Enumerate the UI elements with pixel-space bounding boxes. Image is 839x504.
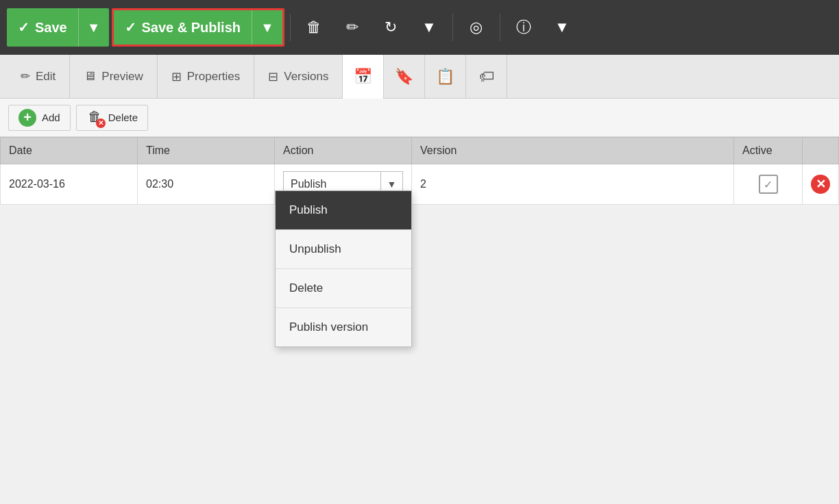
tab-versions[interactable]: ⊟ Versions bbox=[254, 55, 343, 99]
pencil-icon: ✏ bbox=[346, 18, 358, 36]
info-icon: ⓘ bbox=[516, 17, 531, 38]
tag-tab-icon: 🏷 bbox=[479, 68, 494, 86]
trash-delete-icon: 🗑 ✕ bbox=[86, 109, 103, 127]
cell-active: ✓ bbox=[734, 164, 803, 205]
active-check-icon[interactable]: ✓ bbox=[759, 175, 778, 194]
edit-toolbar-button[interactable]: ✏ bbox=[335, 8, 370, 47]
dropdown-item-delete[interactable]: Delete bbox=[276, 269, 411, 308]
action-dropdown: Publish Unpublish Delete Publish version bbox=[275, 190, 412, 347]
tab-edit[interactable]: ✏ Edit bbox=[7, 55, 70, 99]
edit-tab-label: Edit bbox=[36, 70, 56, 84]
cell-version: 2 bbox=[412, 164, 734, 205]
refresh-toolbar-button[interactable]: ↻ bbox=[373, 8, 409, 47]
col-time: Time bbox=[138, 138, 275, 164]
tab-bookmark[interactable]: 🔖 bbox=[384, 55, 425, 99]
save-label: Save bbox=[35, 20, 67, 36]
col-action: Action bbox=[275, 138, 412, 164]
cell-date: 2022-03-16 bbox=[1, 164, 138, 205]
tab-clipboard[interactable]: 📋 bbox=[425, 55, 466, 99]
save-chevron-icon: ▼ bbox=[87, 20, 101, 36]
target-icon: ◎ bbox=[470, 18, 483, 36]
add-button[interactable]: + Add bbox=[8, 105, 71, 131]
info-dropdown-button[interactable]: ▼ bbox=[544, 8, 580, 47]
top-toolbar: ✓ Save ▼ ✓ Save & Publish ▼ 🗑 ✏ ↻ ▼ ◎ ⓘ bbox=[0, 0, 839, 55]
col-actions bbox=[803, 138, 839, 164]
separator-3 bbox=[500, 14, 500, 41]
cell-action[interactable]: Publish ▼ Publish Unpublish Delete bbox=[275, 164, 412, 205]
save-dropdown-arrow[interactable]: ▼ bbox=[78, 8, 109, 47]
schedule-table: Date Time Action Version Active bbox=[0, 137, 839, 205]
delete-button[interactable]: 🗑 ✕ Delete bbox=[76, 105, 148, 131]
tab-properties[interactable]: ⊞ Properties bbox=[158, 55, 254, 99]
trash-icon: 🗑 bbox=[306, 18, 321, 36]
calendar-tab-icon: 📅 bbox=[354, 68, 372, 86]
add-label: Add bbox=[42, 112, 60, 123]
properties-tab-label: Properties bbox=[187, 70, 240, 84]
clipboard-tab-icon: 📋 bbox=[436, 68, 454, 86]
dropdown-item-publish-version[interactable]: Publish version bbox=[276, 308, 411, 346]
col-version: Version bbox=[412, 138, 734, 164]
save-publish-dropdown-arrow[interactable]: ▼ bbox=[252, 10, 282, 45]
save-publish-chevron-icon: ▼ bbox=[260, 20, 274, 36]
info-chevron-icon: ▼ bbox=[555, 18, 570, 36]
table-row: 2022-03-16 02:30 Publish ▼ Publish bbox=[1, 164, 839, 205]
delete-label: Delete bbox=[108, 112, 138, 123]
tab-calendar[interactable]: 📅 bbox=[343, 55, 384, 99]
cell-time: 02:30 bbox=[138, 164, 275, 205]
target-toolbar-button[interactable]: ◎ bbox=[459, 8, 494, 47]
second-toolbar: ✏ Edit 🖥 Preview ⊞ Properties ⊟ Versions… bbox=[0, 55, 839, 99]
tab-preview[interactable]: 🖥 Preview bbox=[70, 55, 157, 99]
edit-tab-icon: ✏ bbox=[21, 69, 30, 84]
properties-tab-icon: ⊞ bbox=[171, 69, 182, 84]
save-button[interactable]: ✓ Save ▼ bbox=[7, 8, 109, 47]
remove-row-icon[interactable]: ✕ bbox=[811, 175, 830, 194]
tab-tag[interactable]: 🏷 bbox=[466, 55, 507, 99]
refresh-chevron-icon: ▼ bbox=[422, 18, 437, 36]
separator-2 bbox=[452, 14, 453, 41]
save-publish-button[interactable]: ✓ Save & Publish ▼ bbox=[112, 8, 284, 47]
refresh-icon: ↻ bbox=[385, 18, 397, 36]
trash-badge: ✕ bbox=[96, 118, 106, 128]
add-circle-icon: + bbox=[19, 109, 36, 127]
versions-tab-icon: ⊟ bbox=[268, 69, 278, 84]
table-area: Date Time Action Version Active bbox=[0, 137, 839, 205]
save-publish-label: Save & Publish bbox=[142, 20, 241, 36]
save-publish-check-icon: ✓ bbox=[125, 19, 136, 36]
action-bar: + Add 🗑 ✕ Delete bbox=[0, 99, 839, 137]
versions-tab-label: Versions bbox=[284, 70, 328, 84]
col-date: Date bbox=[1, 138, 138, 164]
bookmark-tab-icon: 🔖 bbox=[395, 68, 413, 86]
delete-toolbar-button[interactable]: 🗑 bbox=[296, 8, 332, 47]
action-select-value: Publish bbox=[284, 178, 380, 190]
info-toolbar-button[interactable]: ⓘ bbox=[506, 8, 542, 47]
dropdown-item-unpublish[interactable]: Unpublish bbox=[276, 230, 411, 269]
cell-remove[interactable]: ✕ bbox=[803, 164, 839, 205]
dropdown-item-publish[interactable]: Publish bbox=[276, 191, 411, 230]
preview-tab-label: Preview bbox=[101, 70, 143, 84]
preview-tab-icon: 🖥 bbox=[84, 69, 96, 84]
col-active: Active bbox=[734, 138, 803, 164]
save-check-icon: ✓ bbox=[18, 19, 29, 36]
separator-1 bbox=[290, 14, 291, 41]
refresh-dropdown-button[interactable]: ▼ bbox=[411, 8, 447, 47]
